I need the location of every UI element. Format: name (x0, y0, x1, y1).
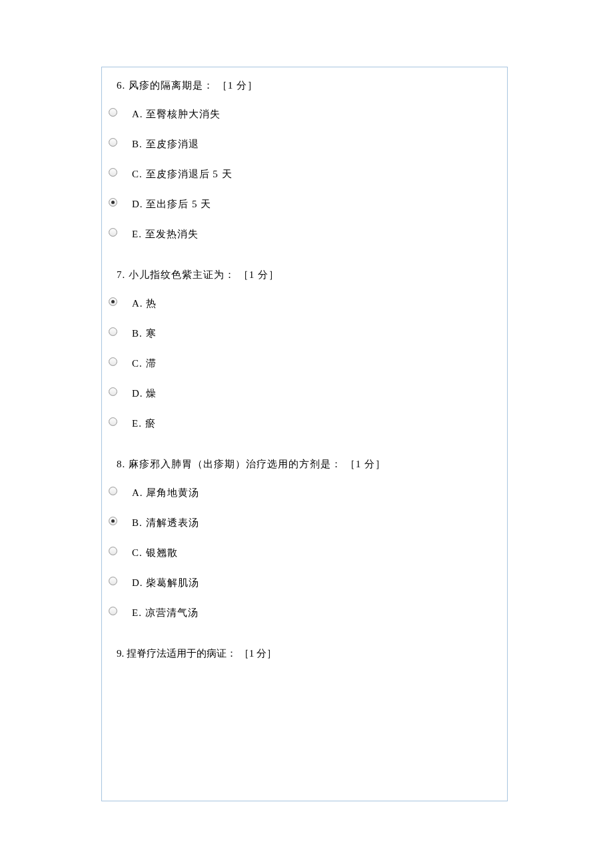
option-row[interactable]: A. 犀角地黄汤 (107, 483, 507, 499)
option-row[interactable]: C. 至皮疹消退后 5 天 (107, 164, 507, 181)
radio-icon-selected[interactable] (109, 297, 117, 306)
option-text: A. 热 (132, 293, 157, 310)
question-points: ［1 分］ (217, 80, 258, 91)
radio-icon[interactable] (109, 228, 117, 237)
option-text: B. 清解透表汤 (132, 513, 199, 529)
radio-icon[interactable] (109, 138, 117, 147)
option-text: D. 燥 (132, 383, 157, 400)
option-row[interactable]: E. 瘀 (107, 413, 507, 430)
question-7: 7. 小儿指纹色紫主证为： ［1 分］ A. 热 B. 寒 C. 滞 D. 燥 … (107, 269, 507, 430)
radio-icon[interactable] (109, 417, 117, 426)
option-text: E. 凉营清气汤 (132, 603, 199, 619)
option-row[interactable]: B. 清解透表汤 (107, 513, 507, 529)
option-text: B. 寒 (132, 323, 157, 340)
question-text: 风疹的隔离期是： (129, 80, 214, 91)
radio-icon-selected[interactable] (109, 517, 117, 525)
option-text: D. 柴葛解肌汤 (132, 573, 199, 589)
question-text: 麻疹邪入肺胃（出疹期）治疗选用的方剂是： (129, 459, 342, 469)
question-text: 捏脊疗法适用于的病证： (127, 648, 237, 659)
question-points: ［1 分］ (239, 269, 279, 280)
option-row[interactable]: D. 燥 (107, 383, 507, 400)
question-number: 8. (117, 459, 125, 469)
question-points: ［1 分］ (345, 459, 386, 469)
option-row[interactable]: C. 银翘散 (107, 543, 507, 559)
question-8-title: 8. 麻疹邪入肺胃（出疹期）治疗选用的方剂是： ［1 分］ (117, 458, 507, 471)
radio-icon[interactable] (109, 547, 117, 555)
option-text: E. 瘀 (132, 413, 156, 430)
option-row[interactable]: B. 寒 (107, 323, 507, 340)
option-text: C. 滞 (132, 353, 157, 370)
option-row[interactable]: B. 至皮疹消退 (107, 134, 507, 151)
question-6: 6. 风疹的隔离期是： ［1 分］ A. 至臀核肿大消失 B. 至皮疹消退 C.… (107, 79, 507, 241)
question-number: 6. (117, 80, 125, 91)
radio-icon[interactable] (109, 357, 117, 366)
radio-icon[interactable] (109, 487, 117, 495)
exam-container: 6. 风疹的隔离期是： ［1 分］ A. 至臀核肿大消失 B. 至皮疹消退 C.… (101, 67, 508, 801)
option-text: E. 至发热消失 (132, 224, 199, 241)
option-row[interactable]: D. 至出疹后 5 天 (107, 194, 507, 211)
question-number: 7. (117, 269, 125, 280)
question-9-title: 9. 捏脊疗法适用于的病证： ［1 分］ (117, 647, 507, 660)
option-text: A. 至臀核肿大消失 (132, 104, 221, 121)
question-7-title: 7. 小儿指纹色紫主证为： ［1 分］ (117, 269, 507, 281)
option-text: D. 至出疹后 5 天 (132, 194, 211, 211)
radio-icon[interactable] (109, 577, 117, 585)
option-text: C. 银翘散 (132, 543, 178, 559)
question-points: ［1 分］ (239, 648, 277, 659)
option-text: B. 至皮疹消退 (132, 134, 199, 151)
option-row[interactable]: D. 柴葛解肌汤 (107, 573, 507, 589)
option-row[interactable]: C. 滞 (107, 353, 507, 370)
option-row[interactable]: E. 凉营清气汤 (107, 603, 507, 619)
radio-icon[interactable] (109, 387, 117, 396)
radio-icon-selected[interactable] (109, 198, 117, 207)
option-row[interactable]: A. 热 (107, 293, 507, 310)
radio-icon[interactable] (109, 607, 117, 615)
question-6-title: 6. 风疹的隔离期是： ［1 分］ (117, 79, 507, 92)
question-8: 8. 麻疹邪入肺胃（出疹期）治疗选用的方剂是： ［1 分］ A. 犀角地黄汤 B… (107, 458, 507, 619)
option-text: A. 犀角地黄汤 (132, 483, 199, 499)
radio-icon[interactable] (109, 327, 117, 336)
question-text: 小儿指纹色紫主证为： (129, 269, 235, 280)
radio-icon[interactable] (109, 168, 117, 177)
option-text: C. 至皮疹消退后 5 天 (132, 164, 233, 181)
option-row[interactable]: E. 至发热消失 (107, 224, 507, 241)
radio-icon[interactable] (109, 108, 117, 117)
question-number: 9. (117, 648, 124, 659)
option-row[interactable]: A. 至臀核肿大消失 (107, 104, 507, 121)
